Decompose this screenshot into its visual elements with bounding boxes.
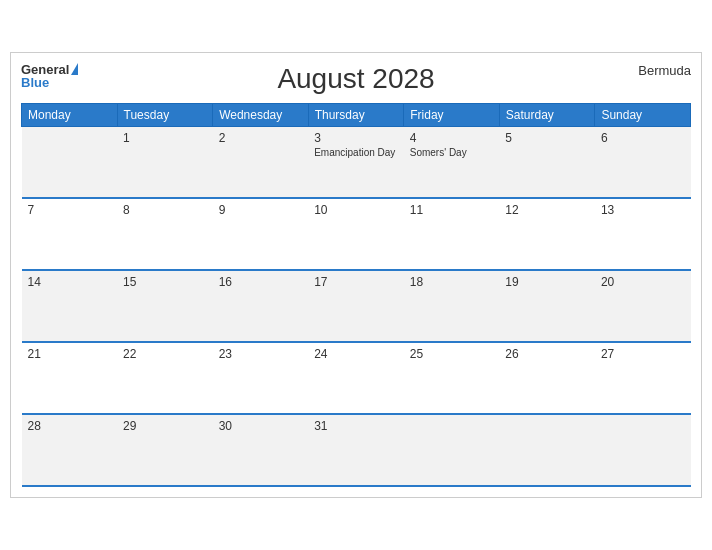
weekday-header-wednesday: Wednesday xyxy=(213,103,309,126)
calendar-cell: 11 xyxy=(404,198,500,270)
calendar-cell: 24 xyxy=(308,342,404,414)
calendar-cell: 16 xyxy=(213,270,309,342)
day-number: 17 xyxy=(314,275,398,289)
logo: General Blue xyxy=(21,63,78,89)
calendar-cell xyxy=(499,414,595,486)
day-number: 1 xyxy=(123,131,207,145)
calendar-week-row: 123Emancipation Day4Somers' Day56 xyxy=(22,126,691,198)
day-number: 30 xyxy=(219,419,303,433)
day-number: 11 xyxy=(410,203,494,217)
day-number: 12 xyxy=(505,203,589,217)
calendar-cell: 18 xyxy=(404,270,500,342)
day-number: 15 xyxy=(123,275,207,289)
day-event: Emancipation Day xyxy=(314,147,398,158)
weekday-header-monday: Monday xyxy=(22,103,118,126)
calendar-cell: 7 xyxy=(22,198,118,270)
calendar-cell: 15 xyxy=(117,270,213,342)
day-number: 31 xyxy=(314,419,398,433)
calendar-cell: 31 xyxy=(308,414,404,486)
day-number: 29 xyxy=(123,419,207,433)
calendar-cell: 27 xyxy=(595,342,691,414)
calendar-cell: 8 xyxy=(117,198,213,270)
day-number: 19 xyxy=(505,275,589,289)
day-number: 8 xyxy=(123,203,207,217)
day-number: 3 xyxy=(314,131,398,145)
calendar-cell xyxy=(22,126,118,198)
calendar-cell: 14 xyxy=(22,270,118,342)
weekday-header-friday: Friday xyxy=(404,103,500,126)
calendar-cell: 28 xyxy=(22,414,118,486)
day-number: 28 xyxy=(28,419,112,433)
day-number: 16 xyxy=(219,275,303,289)
day-number: 22 xyxy=(123,347,207,361)
logo-triangle-icon xyxy=(71,63,78,75)
day-number: 25 xyxy=(410,347,494,361)
day-number: 18 xyxy=(410,275,494,289)
day-number: 14 xyxy=(28,275,112,289)
day-number: 26 xyxy=(505,347,589,361)
calendar-cell: 25 xyxy=(404,342,500,414)
calendar-cell: 17 xyxy=(308,270,404,342)
day-number: 13 xyxy=(601,203,685,217)
calendar-cell: 21 xyxy=(22,342,118,414)
day-number: 2 xyxy=(219,131,303,145)
day-number: 9 xyxy=(219,203,303,217)
calendar-cell xyxy=(595,414,691,486)
calendar-cell: 6 xyxy=(595,126,691,198)
calendar-cell: 9 xyxy=(213,198,309,270)
calendar-cell: 20 xyxy=(595,270,691,342)
calendar-title: August 2028 xyxy=(277,63,434,95)
calendar-cell: 5 xyxy=(499,126,595,198)
day-number: 5 xyxy=(505,131,589,145)
calendar-week-row: 14151617181920 xyxy=(22,270,691,342)
calendar-week-row: 21222324252627 xyxy=(22,342,691,414)
calendar-cell xyxy=(404,414,500,486)
calendar-cell: 13 xyxy=(595,198,691,270)
calendar-week-row: 78910111213 xyxy=(22,198,691,270)
weekday-header-thursday: Thursday xyxy=(308,103,404,126)
calendar-cell: 2 xyxy=(213,126,309,198)
logo-blue-text: Blue xyxy=(21,76,49,89)
day-number: 23 xyxy=(219,347,303,361)
logo-general-text: General xyxy=(21,63,69,76)
day-number: 10 xyxy=(314,203,398,217)
day-number: 27 xyxy=(601,347,685,361)
weekday-header-sunday: Sunday xyxy=(595,103,691,126)
day-number: 4 xyxy=(410,131,494,145)
day-number: 7 xyxy=(28,203,112,217)
calendar-header: General Blue August 2028 Bermuda xyxy=(21,63,691,95)
day-number: 20 xyxy=(601,275,685,289)
calendar-cell: 29 xyxy=(117,414,213,486)
calendar-cell: 12 xyxy=(499,198,595,270)
calendar-cell: 23 xyxy=(213,342,309,414)
calendar-container: General Blue August 2028 Bermuda MondayT… xyxy=(10,52,702,499)
day-number: 21 xyxy=(28,347,112,361)
day-number: 24 xyxy=(314,347,398,361)
weekday-header-tuesday: Tuesday xyxy=(117,103,213,126)
day-event: Somers' Day xyxy=(410,147,494,158)
calendar-cell: 4Somers' Day xyxy=(404,126,500,198)
calendar-cell: 10 xyxy=(308,198,404,270)
region-label: Bermuda xyxy=(638,63,691,78)
calendar-cell: 22 xyxy=(117,342,213,414)
weekday-header-row: MondayTuesdayWednesdayThursdayFridaySatu… xyxy=(22,103,691,126)
calendar-cell: 3Emancipation Day xyxy=(308,126,404,198)
day-number: 6 xyxy=(601,131,685,145)
calendar-cell: 30 xyxy=(213,414,309,486)
calendar-week-row: 28293031 xyxy=(22,414,691,486)
weekday-header-saturday: Saturday xyxy=(499,103,595,126)
calendar-cell: 26 xyxy=(499,342,595,414)
calendar-cell: 1 xyxy=(117,126,213,198)
calendar-cell: 19 xyxy=(499,270,595,342)
calendar-grid: MondayTuesdayWednesdayThursdayFridaySatu… xyxy=(21,103,691,488)
